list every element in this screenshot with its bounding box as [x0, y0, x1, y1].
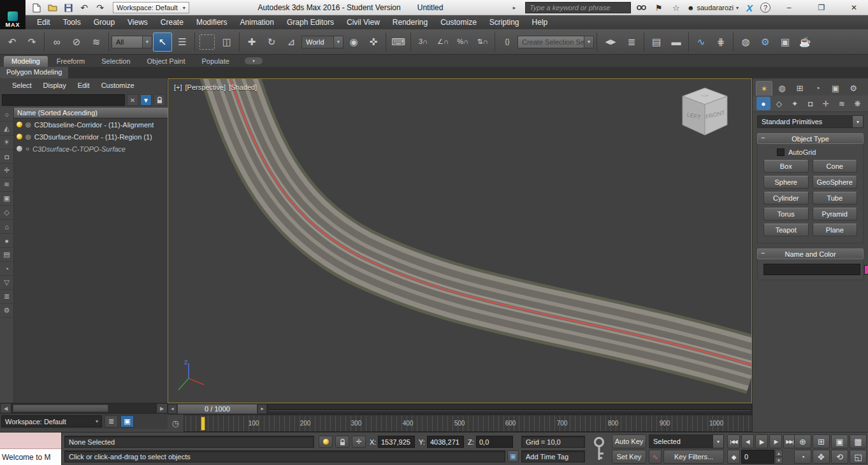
favorites-icon[interactable]: ☆	[670, 1, 683, 14]
mini-curve-editor-icon[interactable]: ◷	[168, 415, 184, 432]
menu-scripting[interactable]: Scripting	[483, 15, 526, 29]
redo-scene-button[interactable]: ↷	[22, 32, 41, 52]
scrollbar-track[interactable]	[11, 403, 156, 413]
listener-field[interactable]: Welcome to M	[0, 449, 61, 465]
mirror-button[interactable]: ◀▶	[600, 32, 621, 52]
display-bones-icon[interactable]: ●	[0, 234, 13, 248]
select-and-scale-button[interactable]: ⊿	[282, 32, 301, 52]
maximize-button[interactable]: ❐	[807, 1, 835, 15]
explorer-search-input[interactable]	[2, 94, 125, 106]
select-and-link-button[interactable]: ∞	[47, 32, 66, 52]
material-editor-button[interactable]: ◍	[736, 32, 755, 52]
time-slider-track[interactable]	[267, 404, 752, 414]
current-frame-field[interactable]	[741, 450, 774, 464]
display-xrefs-icon[interactable]: ⌂	[0, 220, 13, 234]
workspace-selector[interactable]: Workspace: Default ▾	[1, 415, 102, 427]
tab-modify[interactable]: ◍	[774, 81, 790, 96]
exchange-apps-icon[interactable]: X	[743, 1, 756, 14]
object-type-rollout-header[interactable]: − Object Type	[757, 133, 864, 144]
zoom-extents-button[interactable]: ▣	[831, 434, 848, 448]
display-containers-icon[interactable]: ▤	[0, 248, 13, 262]
play-animation-button[interactable]: ▶	[755, 434, 768, 448]
sphere-button[interactable]: Sphere	[763, 176, 809, 189]
category-cameras[interactable]: ◘	[804, 97, 818, 110]
spinner-snap-toggle[interactable]: ⇅∩	[473, 32, 492, 52]
tab-utilities[interactable]: ⚙	[845, 81, 862, 96]
layer-list-icon[interactable]: ≣	[105, 415, 118, 427]
display-space-warps-icon[interactable]: ≋	[0, 178, 13, 192]
ribbon-tab-selection[interactable]: Selection	[94, 56, 138, 67]
ribbon-tab-populate[interactable]: Populate	[194, 56, 236, 67]
display-settings-icon[interactable]: ⚙	[0, 304, 13, 318]
perspective-viewport[interactable]: [+] [Perspective] [Shaded] TOP LEFT FRON…	[168, 78, 752, 403]
edit-named-selection-sets-button[interactable]: {}	[498, 32, 517, 52]
open-file-button[interactable]	[45, 1, 59, 14]
ribbon-panel-polygon-modeling[interactable]: Polygon Modeling	[0, 67, 68, 78]
keyboard-shortcut-override-toggle[interactable]: ⌨	[389, 32, 408, 52]
viewport-canvas[interactable]	[168, 79, 751, 403]
absolute-mode-icon[interactable]: ✛	[352, 436, 366, 448]
menu-graph-editors[interactable]: Graph Editors	[280, 15, 340, 29]
curve-editor-button[interactable]: ∿	[691, 32, 711, 52]
snaps-toggle-button[interactable]: 3∩	[414, 32, 433, 52]
ribbon-tab-object-paint[interactable]: Object Paint	[140, 56, 193, 67]
pyramid-button[interactable]: Pyramid	[813, 208, 858, 220]
select-and-manipulate-button[interactable]: ✜	[364, 32, 383, 52]
close-button[interactable]: ✕	[840, 1, 868, 15]
menu-help[interactable]: Help	[526, 15, 554, 29]
select-by-name-button[interactable]: ☰	[173, 32, 192, 52]
add-time-tag-button[interactable]: Add Time Tag	[521, 450, 585, 462]
menu-create[interactable]: Create	[154, 15, 190, 29]
collapse-infocenter-icon[interactable]: ▸	[508, 1, 521, 14]
named-selection-set-dropdown[interactable]: Create Selection Se ▾	[517, 36, 594, 48]
selection-lock-icon[interactable]	[335, 436, 349, 448]
window-crossing-toggle[interactable]: ◫	[217, 32, 236, 52]
ribbon-tab-freeform[interactable]: Freeform	[49, 56, 93, 67]
category-shapes[interactable]: ◇	[772, 97, 786, 110]
maximize-viewport-toggle[interactable]: ◱	[850, 450, 867, 464]
scene-item-row[interactable]: ◎ C3Dsurface-Corridor - (11)-Region (1)	[14, 131, 168, 143]
set-key-button[interactable]: Set Key	[612, 450, 646, 464]
display-all-icon[interactable]: ○	[0, 108, 13, 122]
menu-edit[interactable]: Edit	[31, 15, 57, 29]
reference-coordinate-dropdown[interactable]: World ▾	[301, 36, 344, 48]
menu-tools[interactable]: Tools	[57, 15, 87, 29]
rectangular-selection-region-button[interactable]	[199, 34, 215, 50]
teapot-button[interactable]: Teapot	[763, 224, 809, 236]
x-coordinate-field[interactable]	[378, 436, 415, 448]
angle-snap-toggle[interactable]: ∠∩	[433, 32, 452, 52]
menu-civil-view[interactable]: Civil View	[340, 15, 386, 29]
viewcube-top-label[interactable]: TOP	[701, 96, 709, 97]
viewport-general-menu[interactable]: [+]	[174, 83, 182, 91]
viewcube[interactable]: TOP LEFT FRONT	[677, 84, 732, 144]
macro-recorder-field[interactable]	[0, 433, 61, 449]
clear-search-icon[interactable]: ✕	[127, 94, 138, 106]
infocenter-search-input[interactable]	[525, 2, 631, 13]
bind-to-space-warp-button[interactable]: ≋	[87, 32, 106, 52]
unlink-selection-button[interactable]: ⊘	[67, 32, 86, 52]
next-frame-arrow-icon[interactable]: ▸	[257, 404, 267, 414]
tab-display[interactable]: ▣	[827, 81, 844, 96]
object-color-swatch[interactable]	[864, 265, 868, 275]
workspace-dropdown[interactable]: Workspace: Default ▾	[113, 2, 189, 13]
undo-scene-button[interactable]: ↶	[3, 32, 22, 52]
render-setup-button[interactable]: ⚙	[756, 32, 775, 52]
user-account-button[interactable]: ☻ saudararozi ▾	[687, 4, 739, 11]
rendered-frame-window-button[interactable]: ▣	[776, 32, 795, 52]
toggle-ribbon-button[interactable]: ▬	[667, 32, 686, 52]
display-materials-icon[interactable]: ◔	[0, 262, 13, 276]
select-and-rotate-button[interactable]: ↻	[262, 32, 281, 52]
lock-icon[interactable]	[154, 94, 165, 106]
display-geometry-icon[interactable]: ◭	[0, 122, 13, 136]
display-cameras-icon[interactable]: ◘	[0, 150, 13, 164]
search-icon[interactable]	[635, 1, 648, 14]
display-frozen-icon[interactable]: ≣	[0, 290, 13, 304]
tab-hierarchy[interactable]: ⊞	[792, 81, 808, 96]
default-tangent-icon[interactable]: ∿	[649, 450, 662, 464]
geosphere-button[interactable]: GeoSphere	[813, 176, 858, 189]
explorer-menu-edit[interactable]: Edit	[72, 82, 96, 89]
application-menu-button[interactable]: MAX	[0, 0, 25, 29]
explorer-menu-customize[interactable]: Customize	[96, 82, 140, 89]
minimize-button[interactable]: –	[775, 1, 803, 15]
z-coordinate-field[interactable]	[476, 436, 513, 448]
